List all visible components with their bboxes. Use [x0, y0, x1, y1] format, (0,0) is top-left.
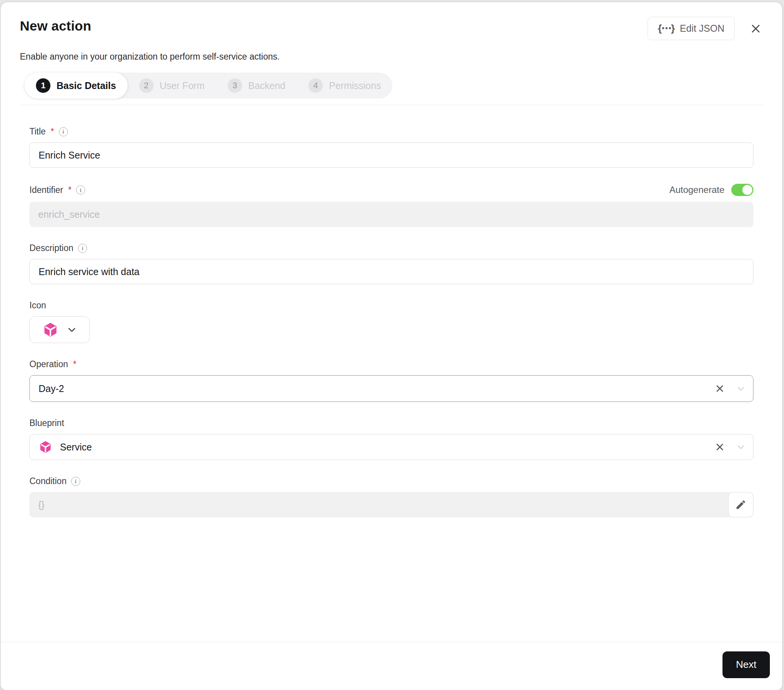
close-button[interactable]	[748, 21, 764, 37]
info-icon: i	[76, 185, 85, 194]
identifier-label: Identifier	[30, 185, 63, 195]
step-label: User Form	[160, 80, 205, 91]
modal-subtitle: Enable anyone in your organization to pe…	[20, 51, 764, 62]
condition-field-group: Condition i {}	[30, 476, 753, 517]
required-asterisk: *	[68, 185, 71, 195]
description-label: Description	[30, 243, 73, 253]
step-number: 3	[228, 78, 242, 93]
step-number: 2	[139, 78, 153, 93]
step-backend[interactable]: 3 Backend	[216, 72, 297, 99]
icon-picker-button[interactable]	[30, 316, 90, 343]
operation-clear-button[interactable]	[713, 382, 726, 395]
step-basic-details[interactable]: 1 Basic Details	[25, 72, 128, 99]
title-input[interactable]	[30, 143, 753, 168]
identifier-field-group: Identifier* i Autogenerate	[30, 184, 753, 227]
blueprint-label: Blueprint	[30, 418, 64, 428]
autogenerate-toggle[interactable]	[731, 184, 753, 196]
step-number: 4	[308, 78, 323, 93]
step-label: Basic Details	[56, 80, 116, 91]
chevron-down-icon	[67, 325, 77, 335]
step-user-form[interactable]: 2 User Form	[128, 72, 216, 99]
code-braces-icon: {⋯}	[658, 23, 674, 35]
info-icon: i	[78, 244, 87, 253]
blueprint-field-group: Blueprint Service	[30, 418, 753, 460]
icon-field-group: Icon	[30, 300, 753, 343]
step-permissions[interactable]: 4 Permissions	[297, 72, 392, 99]
operation-select[interactable]: Day-2	[30, 375, 753, 402]
condition-value-box: {}	[30, 492, 753, 517]
chevron-down-icon[interactable]	[736, 384, 745, 393]
operation-label: Operation	[30, 359, 68, 369]
edit-json-label: Edit JSON	[680, 23, 725, 34]
identifier-input[interactable]	[30, 202, 753, 227]
operation-value: Day-2	[39, 383, 64, 394]
header-divider	[20, 105, 764, 105]
new-action-modal: New action {⋯} Edit JSON Enable anyone i…	[1, 2, 782, 690]
close-icon	[750, 23, 761, 35]
blueprint-clear-button[interactable]	[713, 441, 726, 453]
form-body: Title* i Identifier* i Autogenerate	[1, 105, 782, 642]
pink-cube-icon	[39, 440, 52, 454]
title-label: Title	[30, 127, 46, 137]
blueprint-value: Service	[60, 442, 92, 453]
title-field-group: Title* i	[30, 127, 753, 168]
step-label: Backend	[248, 80, 285, 91]
condition-edit-button[interactable]	[728, 492, 753, 517]
required-asterisk: *	[51, 127, 54, 137]
operation-field-group: Operation* Day-2	[30, 359, 753, 402]
pencil-icon	[735, 499, 746, 511]
edit-json-button[interactable]: {⋯} Edit JSON	[647, 17, 735, 40]
blueprint-select[interactable]: Service	[30, 434, 753, 460]
next-button[interactable]: Next	[723, 651, 770, 678]
autogenerate-label: Autogenerate	[669, 184, 725, 195]
description-field-group: Description i	[30, 243, 753, 284]
page-title: New action	[20, 18, 91, 34]
modal-footer: Next	[1, 642, 782, 690]
info-icon: i	[59, 127, 68, 137]
pink-cube-icon	[43, 322, 58, 338]
description-input[interactable]	[30, 259, 753, 284]
info-icon: i	[71, 477, 80, 486]
required-asterisk: *	[73, 359, 76, 369]
condition-label: Condition	[30, 476, 66, 486]
step-number: 1	[36, 78, 50, 93]
clear-x-icon	[715, 384, 725, 394]
clear-x-icon	[715, 442, 725, 452]
icon-label: Icon	[30, 300, 46, 311]
step-label: Permissions	[329, 80, 381, 91]
condition-value: {}	[38, 499, 45, 511]
modal-header: New action {⋯} Edit JSON Enable anyone i…	[1, 2, 782, 105]
chevron-down-icon[interactable]	[736, 443, 745, 451]
stepper: 1 Basic Details 2 User Form 3 Backend 4 …	[25, 72, 392, 99]
